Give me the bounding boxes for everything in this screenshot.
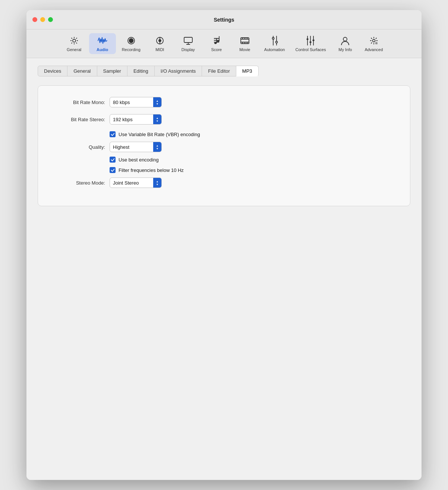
gear-icon [69,35,79,46]
toolbar-item-general[interactable]: General [61,33,88,54]
minimize-button[interactable] [40,17,45,22]
tabs-bar: Devices General Sampler Editing I/O Assi… [38,66,410,76]
gear-advanced-icon [369,35,379,46]
toolbar: General Audio Recording [26,29,422,58]
stepper-up-icon: ▲ [156,180,159,183]
toolbar-item-audio[interactable]: Audio [89,33,116,54]
stepper-up-icon: ▲ [156,100,159,102]
filter-freq-row[interactable]: Filter frequencies below 10 Hz [110,167,395,173]
vbr-row[interactable]: Use Variable Bit Rate (VBR) encoding [110,131,395,137]
record-icon [126,35,136,46]
svg-point-2 [129,39,133,43]
toolbar-item-display[interactable]: Display [175,33,202,54]
quality-row: Quality: Highest ▲ ▼ [53,142,395,152]
tab-editing[interactable]: Editing [127,66,155,76]
svg-point-38 [343,37,347,41]
stepper-down-icon: ▼ [156,147,159,150]
svg-point-39 [372,40,375,42]
quality-value: Highest [110,144,153,150]
toolbar-item-midi[interactable]: MIDI [146,33,173,54]
stepper-up-icon: ▲ [156,144,159,147]
settings-window: Settings General Audio [26,10,422,480]
svg-point-4 [159,40,161,42]
score-label: Score [211,47,222,52]
stereo-mode-row: Stereo Mode: Joint Stereo ▲ ▼ [53,178,395,188]
automation-icon [269,35,280,46]
movie-icon [240,35,250,46]
filter-freq-label: Filter frequencies below 10 Hz [119,167,184,173]
vbr-checkbox[interactable] [110,131,116,137]
quality-stepper: ▲ ▼ [153,142,161,152]
audio-label: Audio [97,47,108,52]
stereo-mode-select[interactable]: Joint Stereo ▲ ▼ [110,178,162,188]
bit-rate-stereo-select[interactable]: 192 kbps ▲ ▼ [110,114,162,125]
recording-label: Recording [122,47,141,52]
stepper-down-icon: ▼ [156,103,159,105]
midi-icon [155,35,165,46]
stereo-mode-value: Joint Stereo [110,180,153,186]
titlebar: Settings [26,10,422,29]
control-surfaces-label: Control Surfaces [295,47,326,52]
tab-file-editor[interactable]: File Editor [202,66,236,76]
svg-rect-7 [184,37,192,43]
svg-point-15 [217,41,219,42]
toolbar-item-my-info[interactable]: My Info [332,33,359,54]
tab-devices[interactable]: Devices [38,66,67,76]
toolbar-item-automation[interactable]: Automation [260,33,290,54]
toolbar-item-score[interactable]: Score [203,33,230,54]
bit-rate-mono-label: Bit Rate Mono: [53,100,105,105]
stepper-down-icon: ▼ [156,120,159,122]
best-encoding-row[interactable]: Use best encoding [110,157,395,163]
person-icon [340,35,350,46]
tab-sampler[interactable]: Sampler [97,66,127,76]
movie-label: Movie [239,47,250,52]
quality-select[interactable]: Highest ▲ ▼ [110,142,162,152]
svg-rect-37 [313,40,315,41]
toolbar-item-control-surfaces[interactable]: Control Surfaces [291,33,330,54]
general-label: General [67,47,81,52]
tab-mp3[interactable]: MP3 [236,66,259,76]
toolbar-item-advanced[interactable]: Advanced [360,33,387,54]
waveform-icon [97,35,108,46]
stereo-mode-stepper: ▲ ▼ [153,178,161,188]
midi-label: MIDI [155,47,164,52]
display-icon [183,35,193,46]
svg-point-0 [73,39,76,42]
best-encoding-checkbox[interactable] [110,157,116,163]
toolbar-item-recording[interactable]: Recording [117,33,145,54]
svg-rect-35 [307,38,309,40]
bit-rate-stereo-value: 192 kbps [110,117,153,122]
vbr-label: Use Variable Bit Rate (VBR) encoding [119,132,200,137]
window-title: Settings [214,17,234,23]
maximize-button[interactable] [48,17,53,22]
stereo-mode-label: Stereo Mode: [53,180,105,186]
svg-point-13 [214,43,217,44]
bit-rate-mono-select[interactable]: 80 kbps ▲ ▼ [110,97,162,107]
advanced-label: Advanced [365,47,383,52]
close-button[interactable] [32,17,37,22]
stepper-up-icon: ▲ [156,117,159,119]
bit-rate-stereo-row: Bit Rate Stereo: 192 kbps ▲ ▼ [53,114,395,125]
display-label: Display [182,47,195,52]
sliders-icon [305,35,316,46]
tab-general[interactable]: General [67,66,97,76]
automation-label: Automation [264,47,285,52]
quality-label: Quality: [53,144,105,150]
bit-rate-mono-row: Bit Rate Mono: 80 kbps ▲ ▼ [53,97,395,107]
my-info-label: My Info [338,47,352,52]
stepper-down-icon: ▼ [156,183,159,186]
bit-rate-mono-stepper: ▲ ▼ [153,97,161,107]
score-icon [211,35,222,46]
bit-rate-stereo-label: Bit Rate Stereo: [53,117,105,122]
mp3-settings-panel: Bit Rate Mono: 80 kbps ▲ ▼ Bit Rate Ster… [38,85,410,206]
filter-freq-checkbox[interactable] [110,167,116,173]
toolbar-item-movie[interactable]: Movie [231,33,258,54]
bit-rate-mono-value: 80 kbps [110,100,153,105]
content-area: Devices General Sampler Editing I/O Assi… [26,58,422,480]
window-controls [32,17,53,22]
tab-io-assignments[interactable]: I/O Assignments [154,66,202,76]
bit-rate-stereo-stepper: ▲ ▼ [153,114,161,124]
svg-rect-36 [310,41,312,43]
best-encoding-label: Use best encoding [119,157,159,163]
